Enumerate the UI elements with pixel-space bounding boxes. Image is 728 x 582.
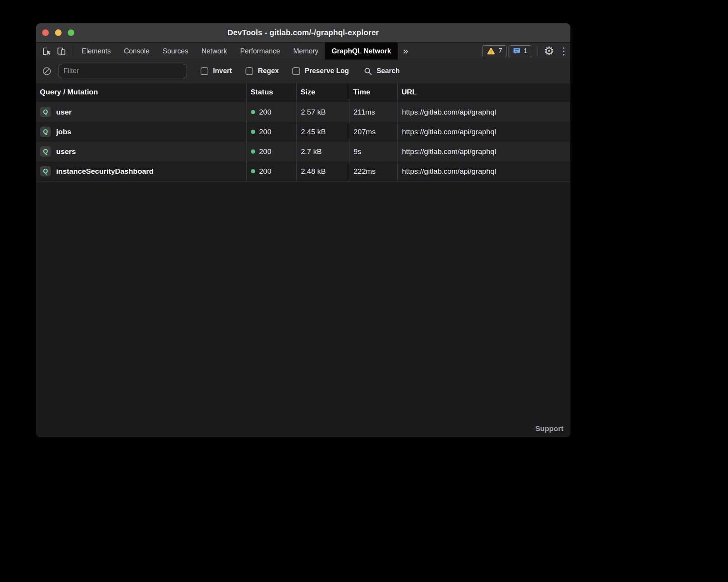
preserve-log-checkbox[interactable]: Preserve Log: [292, 67, 349, 75]
invert-checkbox[interactable]: Invert: [201, 67, 232, 75]
status-code: 200: [259, 147, 271, 156]
window-title: DevTools - gitlab.com/-/graphql-explorer: [227, 28, 379, 37]
time-cell: 211ms: [349, 102, 397, 122]
status-ok-dot: [251, 130, 255, 134]
query-cell: Q instanceSecurityDashboard: [36, 161, 246, 181]
query-cell: Q user: [36, 102, 246, 122]
time-cell: 207ms: [349, 122, 397, 142]
query-cell: Q jobs: [36, 122, 246, 142]
checkbox-label: Invert: [213, 67, 232, 75]
time-cell: 9s: [349, 142, 397, 161]
tab-network[interactable]: Network: [195, 43, 234, 60]
status-ok-dot: [251, 169, 255, 173]
checkbox-label: Regex: [258, 67, 279, 75]
search-label: Search: [376, 67, 400, 75]
time-cell: 222ms: [349, 161, 397, 181]
column-header-size[interactable]: Size: [296, 82, 349, 102]
column-header-query[interactable]: Query / Mutation: [36, 82, 246, 102]
column-header-url[interactable]: URL: [397, 82, 570, 102]
size-cell: 2.57 kB: [296, 102, 349, 122]
table-header: Query / Mutation Status Size Time URL: [36, 82, 570, 102]
query-type-badge: Q: [40, 166, 51, 176]
status-cell: 200: [246, 161, 296, 181]
filter-input[interactable]: [58, 64, 187, 78]
toolbar-divider: [72, 46, 72, 56]
tab-console[interactable]: Console: [117, 43, 156, 60]
url-cell: https://gitlab.com/api/graphql: [397, 122, 570, 142]
size-cell: 2.45 kB: [296, 122, 349, 142]
size-cell: 2.7 kB: [296, 142, 349, 161]
request-name: jobs: [56, 128, 71, 136]
support-link[interactable]: Support: [535, 425, 563, 433]
inspect-element-icon[interactable]: [39, 43, 54, 60]
request-name: users: [56, 147, 76, 156]
warning-count: 7: [498, 47, 502, 55]
badges-divider: [537, 46, 538, 56]
zoom-window-button[interactable]: [68, 29, 74, 36]
titlebar: DevTools - gitlab.com/-/graphql-explorer: [36, 23, 570, 43]
clear-requests-icon[interactable]: [41, 66, 53, 76]
issue-count: 1: [524, 47, 527, 55]
column-header-status[interactable]: Status: [246, 82, 296, 102]
size-cell: 2.48 kB: [296, 161, 349, 181]
issues-badge[interactable]: 1: [508, 45, 532, 57]
status-cell: 200: [246, 122, 296, 142]
minimize-window-button[interactable]: [55, 29, 62, 36]
settings-gear-icon[interactable]: ⚙: [541, 43, 557, 60]
table-row[interactable]: Q user 200 2.57 kB 211ms https://gitlab.…: [36, 102, 570, 122]
status-cell: 200: [246, 102, 296, 122]
devtools-tabbar: Elements Console Sources Network Perform…: [36, 43, 570, 60]
tabbar-spacer: [414, 43, 482, 60]
request-name: user: [56, 108, 72, 116]
kebab-menu-icon[interactable]: ⋮: [557, 43, 570, 60]
url-cell: https://gitlab.com/api/graphql: [397, 142, 570, 161]
warning-icon: [487, 47, 495, 55]
warnings-badge[interactable]: 7: [482, 45, 507, 57]
query-cell: Q users: [36, 142, 246, 161]
search-button[interactable]: Search: [363, 67, 400, 76]
checkbox-label: Preserve Log: [305, 67, 349, 75]
query-type-badge: Q: [40, 146, 51, 157]
search-icon: [363, 67, 373, 76]
query-type-badge: Q: [40, 107, 51, 117]
message-icon: [513, 47, 521, 55]
table-rows: Q user 200 2.57 kB 211ms https://gitlab.…: [36, 102, 570, 181]
tab-performance[interactable]: Performance: [234, 43, 287, 60]
traffic-lights: [42, 23, 74, 42]
status-code: 200: [259, 128, 271, 136]
status-code: 200: [259, 167, 271, 176]
close-window-button[interactable]: [42, 29, 49, 36]
checkbox-box[interactable]: [246, 67, 253, 75]
checkbox-box[interactable]: [292, 67, 300, 75]
more-tabs-button[interactable]: »: [398, 43, 414, 60]
request-name: instanceSecurityDashboard: [56, 167, 153, 176]
devtools-window: DevTools - gitlab.com/-/graphql-explorer…: [36, 23, 570, 437]
table-row[interactable]: Q users 200 2.7 kB 9s https://gitlab.com…: [36, 142, 570, 161]
url-cell: https://gitlab.com/api/graphql: [397, 161, 570, 181]
tab-elements[interactable]: Elements: [75, 43, 117, 60]
device-toolbar-icon[interactable]: [54, 43, 69, 60]
table-row[interactable]: Q jobs 200 2.45 kB 207ms https://gitlab.…: [36, 122, 570, 142]
filter-toolbar: Invert Regex Preserve Log Search: [36, 60, 570, 82]
query-type-badge: Q: [40, 127, 51, 137]
tab-graphql-network[interactable]: GraphQL Network: [325, 43, 398, 60]
regex-checkbox[interactable]: Regex: [246, 67, 279, 75]
tab-sources[interactable]: Sources: [156, 43, 195, 60]
tab-memory[interactable]: Memory: [287, 43, 325, 60]
status-ok-dot: [251, 110, 255, 114]
status-ok-dot: [251, 149, 255, 154]
status-badges: 7 1: [482, 43, 532, 60]
status-code: 200: [259, 108, 271, 116]
column-header-time[interactable]: Time: [349, 82, 397, 102]
status-cell: 200: [246, 142, 296, 161]
requests-table: Query / Mutation Status Size Time URL Q …: [36, 82, 570, 437]
url-cell: https://gitlab.com/api/graphql: [397, 102, 570, 122]
table-row[interactable]: Q instanceSecurityDashboard 200 2.48 kB …: [36, 161, 570, 181]
checkbox-box[interactable]: [201, 67, 208, 75]
